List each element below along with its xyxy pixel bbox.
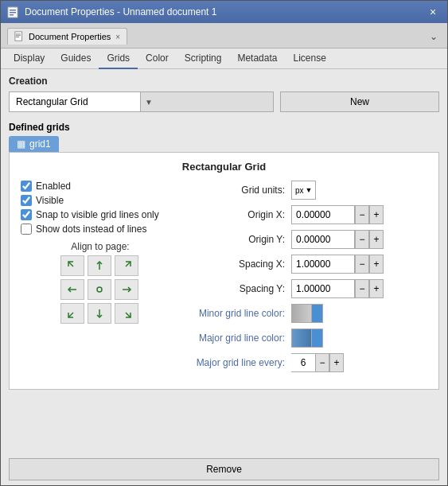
align-top-center[interactable] [88,255,111,276]
tab-color[interactable]: Color [138,49,177,69]
tab-scripting[interactable]: Scripting [177,49,230,69]
align-label: Align to page: [21,241,180,252]
remove-button[interactable]: Remove [9,458,439,480]
spacing-y-input[interactable] [291,279,355,298]
svg-rect-2 [10,12,16,14]
major-every-value[interactable]: 6 [291,353,315,372]
enabled-label: Enabled [36,181,71,192]
dots-checkbox[interactable] [21,224,32,235]
creation-row: Rectangular Grid ▼ New [9,91,439,112]
minor-color-row: Minor grid line color: [196,304,427,323]
origin-x-field[interactable] [296,209,350,220]
close-button[interactable]: × [425,4,441,20]
title-bar-icon [7,6,20,18]
minor-color-swatch[interactable] [291,304,323,323]
dots-label: Show dots instead of lines [36,224,146,235]
grid-type-dropdown[interactable]: Rectangular Grid ▼ [9,91,274,112]
svg-rect-3 [10,14,14,16]
align-middle-right[interactable] [115,279,138,300]
origin-x-minus[interactable]: − [355,205,369,224]
right-column: Grid units: px ▼ Origin X: [196,181,427,378]
major-color-swatch[interactable] [291,329,323,348]
checkbox-dots: Show dots instead of lines [21,224,180,235]
spacing-x-minus[interactable]: − [355,255,369,274]
origin-y-label: Origin Y: [196,234,291,245]
major-every-row: Major grid line every: 6 − + [196,353,427,372]
document-tab-label: Document Properties [29,32,111,41]
grid-tab-label: grid1 [29,138,51,150]
align-top-right[interactable] [115,255,138,276]
spacing-x-field[interactable] [296,259,350,270]
grid-tab-icon: ▦ [17,138,25,150]
document-tab-icon [14,31,25,42]
origin-y-input[interactable] [291,230,355,249]
checkbox-enabled: Enabled [21,181,180,192]
align-bottom-center[interactable] [88,303,111,324]
nav-tabs: Display Guides Grids Color Scripting Met… [1,49,447,69]
tab-expand-arrow[interactable]: ⌄ [427,29,441,44]
origin-y-minus[interactable]: − [355,230,369,249]
window: Document Properties - Unnamed document 1… [0,0,448,486]
snap-checkbox[interactable] [21,209,32,220]
grid-units-select[interactable]: px ▼ [291,181,316,200]
document-tab[interactable]: Document Properties × [7,28,127,45]
spacing-y-field[interactable] [296,283,350,294]
svg-rect-1 [10,10,16,11]
tab-metadata[interactable]: Metadata [229,49,285,69]
spacing-x-label: Spacing X: [196,259,291,270]
spacing-x-plus[interactable]: + [369,255,384,274]
align-section: Align to page: [21,241,180,325]
document-tab-close[interactable]: × [115,33,120,41]
checkbox-snap: Snap to visible grid lines only [21,209,180,220]
origin-x-plus[interactable]: + [369,205,384,224]
tab-bar: Document Properties × ⌄ [1,23,447,49]
spacing-x-stepper: − + [291,255,384,274]
origin-y-plus[interactable]: + [369,230,384,249]
visible-checkbox[interactable] [21,195,32,206]
grid-type-value: Rectangular Grid [16,96,140,107]
grid-options: Enabled Visible Snap to visible grid lin… [21,181,427,378]
dropdown-arrow-icon: ▼ [140,92,273,111]
grid-section-title: Rectangular Grid [21,161,427,173]
major-color-label: Major grid line color: [196,332,291,344]
major-every-minus[interactable]: − [315,353,329,372]
spacing-y-stepper: − + [291,279,384,298]
grid-units-arrow: ▼ [306,186,313,194]
major-every-plus[interactable]: + [329,353,344,372]
svg-rect-5 [16,34,21,35]
align-bottom-left[interactable] [60,303,84,324]
spacing-y-plus[interactable]: + [369,279,384,298]
tab-guides[interactable]: Guides [53,49,99,69]
spacing-y-label: Spacing Y: [196,283,291,294]
new-grid-button[interactable]: New [280,91,439,112]
svg-rect-6 [16,35,21,36]
tab-grids[interactable]: Grids [99,49,138,69]
grid-tabs-row: ▦ grid1 [9,136,439,152]
grid-content-panel: Rectangular Grid Enabled Visible Snap to… [9,152,439,390]
origin-y-field[interactable] [296,234,350,245]
visible-label: Visible [36,195,64,206]
align-top-left[interactable] [60,255,84,276]
grid1-tab[interactable]: ▦ grid1 [9,136,59,152]
spacing-y-minus[interactable]: − [355,279,369,298]
main-content: Creation Rectangular Grid ▼ New Defined … [1,69,447,453]
enabled-checkbox[interactable] [21,181,32,192]
svg-rect-4 [15,32,22,41]
origin-y-stepper: − + [291,230,384,249]
svg-point-10 [97,287,102,292]
grid-units-value: px [295,186,304,195]
align-bottom-right[interactable] [115,303,138,324]
major-every-stepper: 6 − + [291,353,344,372]
tab-display[interactable]: Display [6,49,53,69]
creation-title: Creation [9,76,439,87]
tab-license[interactable]: License [285,49,333,69]
align-middle-left[interactable] [60,279,84,300]
origin-x-input[interactable] [291,205,355,224]
spacing-x-input[interactable] [291,255,355,274]
minor-color-label: Minor grid line color: [196,308,291,319]
defined-grids-title: Defined grids [9,122,439,133]
window-title: Document Properties - Unnamed document 1 [25,6,425,17]
align-center[interactable] [88,279,111,300]
grid-units-row: Grid units: px ▼ [196,181,427,200]
title-bar: Document Properties - Unnamed document 1… [1,1,447,23]
